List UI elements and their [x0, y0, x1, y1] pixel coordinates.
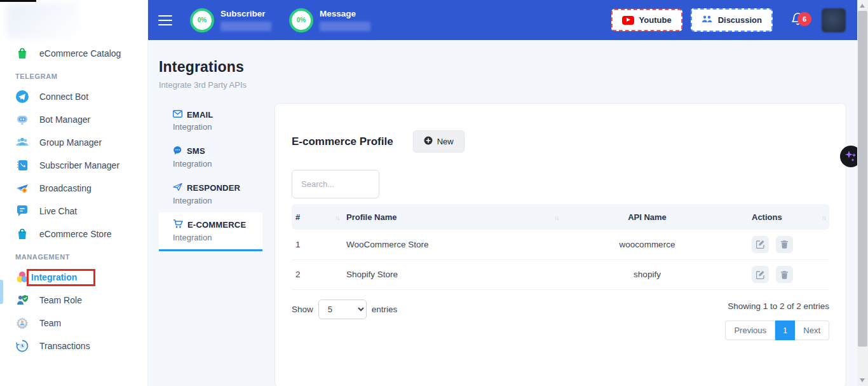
- edit-pencil-icon: [756, 240, 765, 249]
- sidebar-item-transactions[interactable]: Transactions: [0, 334, 147, 357]
- sort-icon[interactable]: [335, 214, 339, 221]
- shopping-bag-blue-icon: [15, 227, 29, 241]
- hamburger-menu-icon[interactable]: [158, 12, 172, 29]
- delete-button[interactable]: [776, 236, 793, 253]
- tab-responder-integration[interactable]: RESPONDER Integration: [159, 176, 262, 212]
- broadcast-plane-icon: [15, 181, 29, 195]
- gear-person-icon: [15, 316, 29, 330]
- subscriber-progress-ring: 0%: [190, 8, 214, 32]
- page-subtitle: Integrate 3rd Party APIs: [159, 80, 846, 90]
- profile-name-cell: WooCommerce Store: [342, 230, 562, 259]
- sidebar-item-bot-manager[interactable]: Bot Manager: [0, 108, 147, 131]
- sidebar-item-label: Team: [39, 318, 61, 328]
- sidebar: eCommerce Catalog TELEGRAM Connect Bot B…: [0, 0, 148, 386]
- tab-title: SMS: [187, 146, 205, 156]
- sidebar-item-label: Transactions: [39, 341, 90, 351]
- tab-subtitle: Integration: [173, 196, 262, 205]
- new-profile-button[interactable]: New: [413, 130, 465, 153]
- sidebar-item-label: Bot Manager: [39, 114, 90, 125]
- scrollbar-up-arrow[interactable]: [860, 4, 865, 8]
- youtube-button-label: Youtube: [639, 15, 672, 25]
- subscriber-count-redacted: [220, 22, 271, 31]
- history-clock-icon: [15, 339, 29, 353]
- tab-subtitle: Integration: [173, 159, 262, 169]
- sidebar-item-ecommerce-store[interactable]: eCommerce Store: [0, 223, 147, 245]
- sidebar-item-connect-bot[interactable]: Connect Bot: [0, 85, 147, 108]
- notification-count-badge: 6: [797, 12, 811, 26]
- tab-sms-integration[interactable]: SMS Integration: [159, 139, 262, 176]
- pagination-next[interactable]: Next: [795, 321, 829, 340]
- message-count-redacted: [320, 22, 370, 31]
- delete-button[interactable]: [776, 266, 793, 283]
- address-book-phone-icon: [15, 158, 29, 172]
- annotation-red-box: Integration: [27, 269, 95, 286]
- panel-title: E-commerce Profile: [292, 135, 393, 148]
- tab-ecommerce-integration[interactable]: E-COMMERCE Integration: [159, 212, 262, 251]
- api-name-cell: woocommerce: [562, 230, 733, 259]
- sort-icon[interactable]: [554, 214, 558, 221]
- pagination-previous[interactable]: Previous: [725, 321, 775, 340]
- ecommerce-profile-card: E-commerce Profile New # Profile Name AP…: [275, 103, 846, 386]
- profile-name-cell: Shopify Store: [342, 259, 562, 289]
- sidebar-item-team-role[interactable]: Team Role: [0, 289, 147, 312]
- scrollbar-down-arrow[interactable]: [860, 378, 865, 382]
- column-header-number[interactable]: #: [292, 204, 342, 230]
- telegram-icon: [15, 90, 29, 104]
- sidebar-item-live-chat[interactable]: Live Chat: [0, 200, 147, 223]
- column-header-actions[interactable]: Actions: [733, 204, 829, 230]
- sidebar-item-ecommerce-catalog[interactable]: eCommerce Catalog: [0, 42, 147, 65]
- sidebar-item-integration[interactable]: Integration: [0, 266, 147, 289]
- search-input[interactable]: [292, 170, 379, 198]
- group-people-icon: [15, 135, 29, 149]
- sort-icon[interactable]: [822, 214, 825, 221]
- subscriber-stat-label: Subscriber: [220, 9, 271, 18]
- window-edge-strip: [0, 0, 36, 2]
- tab-subtitle: Integration: [173, 122, 262, 132]
- sidebar-item-label: Live Chat: [39, 206, 77, 216]
- app-logo-blurred: [6, 3, 79, 39]
- sidebar-item-subscriber-manager[interactable]: Subscriber Manager: [0, 154, 147, 177]
- vertical-scrollbar[interactable]: [857, 0, 868, 386]
- sidebar-item-group-manager[interactable]: Group Manager: [0, 131, 147, 154]
- notifications-button[interactable]: 6: [790, 11, 805, 29]
- sidebar-item-label: eCommerce Catalog: [39, 48, 121, 59]
- tab-email-integration[interactable]: EMAIL Integration: [159, 103, 262, 139]
- sidebar-section-management: MANAGEMENT: [0, 245, 147, 266]
- tab-subtitle: Integration: [173, 233, 262, 242]
- envelope-icon: [173, 110, 182, 120]
- subscriber-stat: 0% Subscriber: [190, 8, 271, 32]
- edit-button[interactable]: [752, 236, 769, 253]
- send-plane-icon: [173, 183, 182, 193]
- sidebar-item-broadcasting[interactable]: Broadcasting: [0, 177, 147, 200]
- new-button-label: New: [437, 137, 454, 146]
- message-progress-ring: 0%: [289, 8, 313, 32]
- entries-label: entries: [372, 305, 398, 314]
- api-name-cell: shopify: [562, 259, 733, 289]
- role-shield-icon: [15, 293, 29, 307]
- sidebar-item-label: Integration: [31, 272, 77, 282]
- tab-title: RESPONDER: [187, 183, 240, 193]
- table-row: 2 Shopify Store shopify: [292, 259, 829, 289]
- pagination: Previous 1 Next: [725, 321, 829, 340]
- edit-button[interactable]: [752, 266, 769, 283]
- tab-title: E-COMMERCE: [187, 220, 246, 230]
- discussion-button[interactable]: Discussion: [691, 8, 773, 32]
- user-avatar[interactable]: [822, 8, 846, 32]
- youtube-button[interactable]: Youtube: [611, 9, 682, 31]
- pagination-page-1[interactable]: 1: [775, 321, 795, 340]
- top-header-bar: 0% Subscriber 0% Message Youtube Discuss…: [148, 0, 857, 40]
- integration-subnav: EMAIL Integration SMS Integration RESPON…: [159, 103, 262, 251]
- plus-circle-icon: [424, 136, 433, 147]
- sidebar-item-label: Subscriber Manager: [39, 160, 119, 170]
- column-header-api-name[interactable]: API Name: [562, 204, 733, 230]
- sms-bubble-icon: [173, 146, 182, 156]
- sidebar-item-label: Team Role: [39, 295, 82, 305]
- column-header-profile-name[interactable]: Profile Name: [342, 204, 562, 230]
- sidebar-item-team[interactable]: Team: [0, 312, 147, 334]
- youtube-icon: [622, 16, 634, 25]
- table-row: 1 WooCommerce Store woocommerce: [292, 230, 829, 259]
- robot-icon: [15, 113, 29, 127]
- main-content: Integrations Integrate 3rd Party APIs EM…: [148, 40, 857, 386]
- page-size-select[interactable]: 5: [318, 300, 367, 319]
- scrollbar-thumb[interactable]: [858, 11, 867, 347]
